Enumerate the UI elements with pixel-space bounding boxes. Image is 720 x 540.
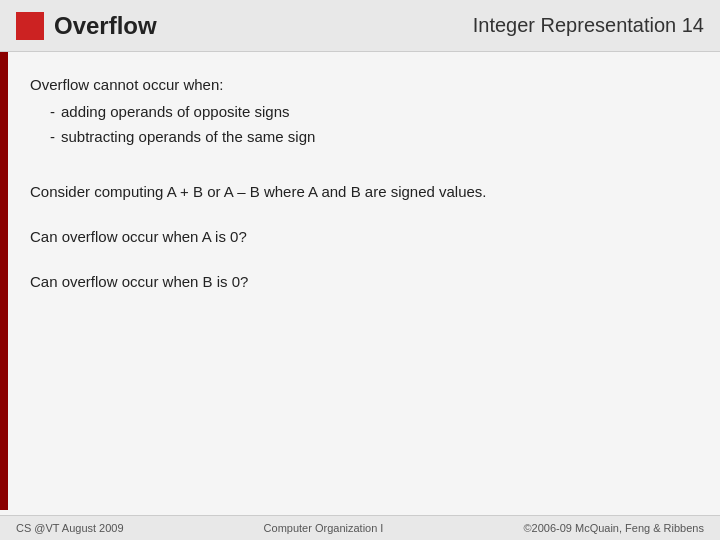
slide: Overflow Integer Representation 14 Overf… [0, 0, 720, 540]
footer-right: ©2006-09 McQuain, Feng & Ribbens [523, 522, 704, 534]
footer-left: CS @VT August 2009 [16, 522, 124, 534]
bullet-item-2: subtracting operands of the same sign [50, 128, 690, 145]
slide-header: Overflow Integer Representation 14 [0, 0, 720, 52]
footer-center: Computer Organization I [264, 522, 384, 534]
question-1: Consider computing A + B or A – B where … [30, 183, 690, 200]
slide-title: Overflow [54, 12, 157, 40]
bullet-text-1: adding operands of opposite signs [61, 103, 290, 120]
question-3: Can overflow occur when B is 0? [30, 273, 690, 290]
slide-content: Overflow Integer Representation 14 Overf… [0, 0, 720, 540]
bullet-item-1: adding operands of opposite signs [50, 103, 690, 120]
bullet-list: adding operands of opposite signs subtra… [30, 103, 690, 153]
slide-footer: CS @VT August 2009 Computer Organization… [0, 515, 720, 540]
bullet-text-2: subtracting operands of the same sign [61, 128, 315, 145]
question-2: Can overflow occur when A is 0? [30, 228, 690, 245]
header-left: Overflow [16, 12, 157, 40]
slide-subtitle: Integer Representation 14 [473, 14, 704, 37]
left-accent-bar [0, 52, 8, 510]
accent-square [16, 12, 44, 40]
intro-text: Overflow cannot occur when: [30, 76, 690, 93]
main-content: Overflow cannot occur when: adding opera… [0, 52, 720, 515]
